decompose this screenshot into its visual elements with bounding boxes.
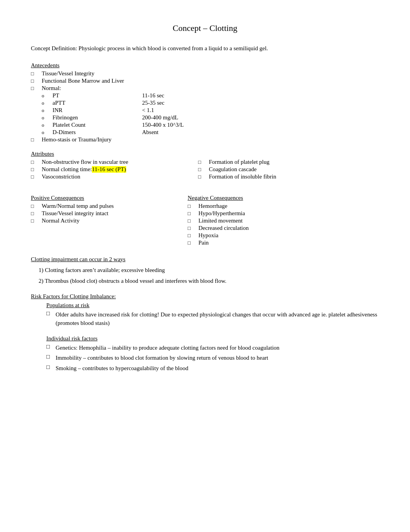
neg-item-1: □ Hemorrhage <box>188 203 379 209</box>
o-symbol-5: o <box>42 122 53 128</box>
o-symbol-3: o <box>42 107 53 114</box>
attributes-section: Attributes □ Non-obstructive flow in vas… <box>31 151 379 181</box>
neg-bullet-3: □ <box>188 218 198 224</box>
antecedent-item-2: □ Functional Bone Marrow and Liver <box>31 78 379 84</box>
risk-factors-heading: Risk Factors for Clotting Imbalance: <box>31 293 379 300</box>
consequences-section: Positive Consequences □ Warm/Normal temp… <box>31 195 379 247</box>
normal-value-pt: 11-16 sec <box>142 92 164 99</box>
individual-item-2: □ Immobility – contributes to blood clot… <box>46 354 379 362</box>
neg-item-2: □ Hypo/Hyperthermia <box>188 210 379 217</box>
negative-consequences-heading: Negative Consequences <box>188 195 379 201</box>
pos-item-2: □ Tissue/Vessel integrity intact <box>31 210 188 217</box>
normal-row-pt: o PT 11-16 sec <box>42 92 379 99</box>
individual-text-2: Immobility – contributes to blood clot f… <box>56 354 268 362</box>
population-item-1: □ Older adults have increased risk for c… <box>46 310 379 328</box>
antecedents-list: □ Tissue/Vessel Integrity □ Functional B… <box>31 70 379 92</box>
neg-bullet-6: □ <box>188 240 198 246</box>
page-title: Concept – Clotting <box>31 23 379 33</box>
concept-definition: Concept Definition: Physiologic process … <box>31 44 379 53</box>
antecedent-text-1: Tissue/Vessel Integrity <box>42 70 95 77</box>
attr-rbullet-2: □ <box>198 167 209 173</box>
attr-left-text-2-before: Normal clotting time: <box>42 166 92 173</box>
individual-bullet-2: □ <box>46 354 56 360</box>
normal-label-aptt: aPTT <box>53 100 65 106</box>
antecedents-list-last: □ Hemo-stasis or Trauma/Injury <box>31 136 379 143</box>
pos-item-3: □ Normal Activity <box>31 218 188 224</box>
individual-item-3: □ Smoking – contributes to hypercoagulab… <box>46 364 379 373</box>
attributes-right-list: □ Formation of platelet plug □ Coagulati… <box>198 159 379 180</box>
normal-value-aptt: 25-35 sec <box>142 100 164 106</box>
neg-text-3: Limited movement <box>198 218 243 224</box>
attr-left-text-2-highlighted: 11-16 sec (PT) <box>92 166 126 173</box>
normal-value-fibrinogen: 200-400 mg/dL <box>142 114 178 121</box>
neg-bullet-2: □ <box>188 211 198 217</box>
pos-text-1: Warm/Normal temp and pulses <box>42 203 114 209</box>
normal-row-inr: o INR < 1.1 <box>42 107 379 114</box>
individual-text-1: Genetics: Hemophilia – inability to prod… <box>56 343 280 352</box>
normal-label-platelet: Platelet Count <box>53 122 85 128</box>
ci-number-1: 1) <box>39 267 44 273</box>
pos-bullet-3: □ <box>31 218 42 224</box>
attr-left-text-1: Non-obstructive flow in vascular tree <box>42 159 128 165</box>
attr-left-3: □ Vasoconstriction <box>31 173 198 180</box>
attr-left-text-3: Vasoconstriction <box>42 173 80 180</box>
attr-left-1: □ Non-obstructive flow in vascular tree <box>31 159 198 165</box>
normal-row-platelet: o Platelet Count 150-400 x 10^3/L <box>42 122 379 128</box>
pos-item-1: □ Warm/Normal temp and pulses <box>31 203 188 209</box>
attr-bullet-3: □ <box>31 174 42 180</box>
attributes-left-col: □ Non-obstructive flow in vascular tree … <box>31 159 198 181</box>
attributes-left-list: □ Non-obstructive flow in vascular tree … <box>31 159 198 180</box>
attributes-heading: Attributes <box>31 151 379 157</box>
normal-row-aptt: o aPTT 25-35 sec <box>42 100 379 106</box>
o-symbol: o <box>42 93 53 99</box>
attr-right-1: □ Formation of platelet plug <box>198 159 379 165</box>
concept-definition-text: Physiologic process in which blood is co… <box>78 45 268 51</box>
individual-bullet-1: □ <box>46 343 56 350</box>
positive-consequences-list: □ Warm/Normal temp and pulses □ Tissue/V… <box>31 203 188 224</box>
negative-consequences-list: □ Hemorrhage □ Hypo/Hyperthermia □ Limit… <box>188 203 379 246</box>
normal-row-fibrinogen: o Fibrinogen 200-400 mg/dL <box>42 114 379 121</box>
attr-right-3: □ Formation of insoluble fibrin <box>198 173 379 180</box>
concept-definition-label: Concept Definition: <box>31 45 77 51</box>
risk-factors-section: Risk Factors for Clotting Imbalance: Pop… <box>31 293 379 373</box>
antecedent-item-1: □ Tissue/Vessel Integrity <box>31 70 379 77</box>
pos-text-2: Tissue/Vessel integrity intact <box>42 210 108 217</box>
attr-rbullet-3: □ <box>198 174 209 180</box>
pos-bullet-1: □ <box>31 203 42 209</box>
neg-item-3: □ Limited movement <box>188 218 379 224</box>
attr-right-2: □ Coagulation cascade <box>198 166 379 173</box>
o-symbol-4: o <box>42 115 53 121</box>
clotting-impairment-item-1: 1) Clotting factors aren’t available; ex… <box>39 265 379 275</box>
positive-consequences-col: Positive Consequences □ Warm/Normal temp… <box>31 195 188 247</box>
attr-left-2: □ Normal clotting time:11-16 sec (PT) <box>31 166 198 173</box>
normal-value-inr: < 1.1 <box>142 107 154 114</box>
neg-item-4: □ Decreased circulation <box>188 225 379 231</box>
individual-risk-list: □ Genetics: Hemophilia – inability to pr… <box>31 343 379 373</box>
individual-bullet-3: □ <box>46 364 56 371</box>
attr-right-text-3: Formation of insoluble fibrin <box>209 173 276 180</box>
population-bullet-1: □ <box>46 310 56 317</box>
o-symbol-6: o <box>42 129 53 136</box>
positive-consequences-heading: Positive Consequences <box>31 195 188 201</box>
attr-rbullet-1: □ <box>198 159 209 165</box>
normal-label-fibrinogen: Fibrinogen <box>53 114 78 121</box>
antecedents-heading: Antecedents <box>31 62 379 69</box>
clotting-impairment-section: Clotting impairment can occur in 2 ways … <box>31 255 379 286</box>
individual-risk-heading: Individual risk factors <box>46 335 379 342</box>
populations-list: □ Older adults have increased risk for c… <box>31 310 379 328</box>
attr-bullet-1: □ <box>31 159 42 165</box>
neg-text-2: Hypo/Hyperthermia <box>198 210 245 217</box>
ci-text-1: Clotting factors aren’t available; exces… <box>45 267 165 273</box>
normal-label-ddimers: D-Dimers <box>53 129 76 136</box>
neg-text-6: Pain <box>198 240 209 246</box>
antecedents-section: Antecedents □ Tissue/Vessel Integrity □ … <box>31 62 379 143</box>
attr-bullet-2: □ <box>31 167 42 173</box>
antecedent-item-3: □ Normal: <box>31 85 379 92</box>
bullet-icon-3: □ <box>31 85 42 92</box>
normal-value-ddimers: Absent <box>142 129 159 136</box>
ci-number-2: 2) <box>39 278 44 284</box>
attr-right-text-2: Coagulation cascade <box>209 166 257 173</box>
normal-values-list: o PT 11-16 sec o aPTT 25-35 sec o INR < … <box>42 92 379 136</box>
neg-item-5: □ Hypoxia <box>188 232 379 239</box>
attributes-right-col: □ Formation of platelet plug □ Coagulati… <box>198 159 379 181</box>
